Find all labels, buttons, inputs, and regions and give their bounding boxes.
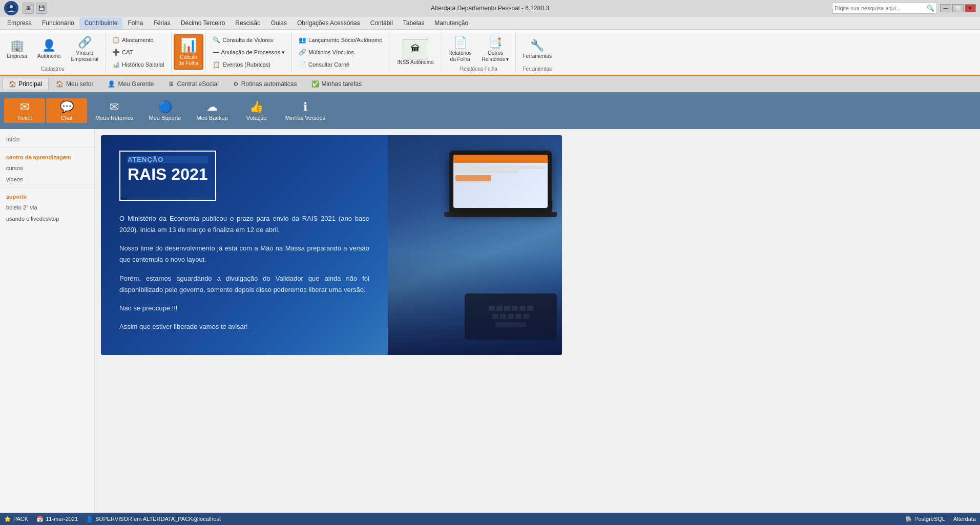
- save-icon[interactable]: 💾: [36, 3, 47, 14]
- title-bar-icons: ⊞ 💾: [23, 3, 47, 14]
- inicio-label: Início: [0, 133, 94, 145]
- ribbon: 🏢 Empresa 👤 Autônomo 🔗 VínculoEmpresaria…: [0, 30, 980, 76]
- support-meus-retornos[interactable]: ✉ Meus Retornos: [88, 98, 141, 123]
- ribbon-relatorios-folha[interactable]: 📄 Relatóriosda Folha: [444, 33, 476, 65]
- tab-minhas-tarefas[interactable]: ✅ Minhas tarefas: [304, 77, 369, 91]
- cat-icon: ➕: [112, 49, 120, 56]
- vinculo-icon: 🔗: [78, 36, 92, 49]
- meu-gerente-icon: 👤: [108, 80, 115, 88]
- maximize-button[interactable]: ⬜: [952, 4, 964, 12]
- cadastros-group-label: Cadastros: [2, 66, 103, 72]
- ribbon-ferramentas[interactable]: 🔧 Ferramentas: [518, 36, 556, 62]
- sidebar-separator-2: [0, 187, 94, 187]
- minimize-button[interactable]: —: [940, 4, 951, 12]
- sidebar-section-aprendizagem: centro de aprendizagem: [0, 150, 94, 162]
- news-paragraph-2: Nosso time do desenvolvimento já esta co…: [119, 243, 369, 265]
- menu-manutencao[interactable]: Manutenção: [429, 17, 473, 29]
- tab-rotinas-automaticas[interactable]: ⚙ Rotinas automáticas: [226, 77, 304, 91]
- support-ticket[interactable]: ✉ Ticket: [4, 98, 45, 123]
- ribbon-autonomo[interactable]: 👤 Autônomo: [33, 36, 66, 62]
- status-brand: Alterdata: [953, 516, 976, 522]
- pack-icon: ⭐: [4, 516, 11, 522]
- ferramentas-label: Ferramentas: [523, 53, 552, 59]
- sidebar-cursos[interactable]: cursos: [0, 162, 94, 174]
- title-bar-right: 🔍 — ⬜ ✕: [832, 3, 976, 14]
- sidebar-separator-1: [0, 148, 94, 148]
- menu-decimoterceiro[interactable]: Décimo Terceiro: [176, 17, 230, 29]
- support-minhas-versoes[interactable]: ℹ Minhas Versões: [278, 98, 332, 123]
- ribbon-anulacao[interactable]: — Anulação de Processos ▾: [209, 47, 288, 57]
- eventos-icon: 📋: [213, 61, 220, 68]
- ribbon-calculo-folha[interactable]: 📊 Cálculode Folha: [174, 34, 204, 70]
- empresa-label: Empresa: [7, 53, 27, 59]
- status-bar: ⭐ PACK 📅 11-mar-2021 👤 SUPERVISOR em ALT…: [0, 513, 980, 525]
- ferramentas-group-label: Ferramentas: [518, 66, 556, 72]
- socio-icon: 👥: [299, 36, 306, 44]
- ribbon-empresa[interactable]: 🏢 Empresa: [2, 36, 32, 62]
- tabs-bar: 🏠 Principal 🏠 Meu setor 👤 Meu Gerente 🖥 …: [0, 76, 980, 92]
- news-body: O Ministério da Economia publicou o praz…: [119, 213, 369, 332]
- ticket-icon: ✉: [20, 100, 29, 114]
- menu-tabelas[interactable]: Tabelas: [398, 17, 429, 29]
- historico-label: Histórico Salarial: [122, 61, 164, 68]
- sidebar-boleto[interactable]: boleto 2° via: [0, 202, 94, 213]
- menu-empresa[interactable]: Empresa: [2, 17, 37, 29]
- menu-folha[interactable]: Folha: [122, 17, 148, 29]
- app-title: Alterdata Departamento Pessoal - 6.1280.…: [431, 5, 549, 12]
- menu-contribuinte[interactable]: Contribuinte: [79, 17, 123, 29]
- support-meu-backup[interactable]: ☁ Meu Backup: [190, 98, 235, 123]
- outros-rel-icon: 📑: [488, 36, 502, 49]
- ribbon-cat[interactable]: ➕ CAT: [109, 47, 168, 57]
- tab-central-esocial[interactable]: 🖥 Central eSocial: [161, 77, 225, 91]
- db-icon: 🐘: [905, 516, 912, 522]
- close-button[interactable]: ✕: [965, 4, 976, 12]
- ribbon-consulta-valores[interactable]: 🔍 Consulta de Valores: [209, 35, 288, 45]
- ribbon-inss-autonomo[interactable]: 🏛 INSS Autônomo: [392, 36, 438, 68]
- relatorios-group-label: Relatórios Folha: [444, 66, 514, 72]
- support-chat[interactable]: 💬 Chat: [46, 98, 87, 123]
- ribbon-historico[interactable]: 📊 Histórico Salarial: [109, 59, 168, 70]
- afastamento-label: Afastamento: [122, 37, 154, 43]
- autonomo-label: Autônomo: [37, 53, 61, 59]
- pack-label: PACK: [13, 516, 28, 522]
- menu-rescisao[interactable]: Rescisão: [230, 17, 265, 29]
- grid-icon[interactable]: ⊞: [23, 3, 34, 14]
- autonomo-icon: 👤: [42, 39, 56, 52]
- eventos-label: Eventos (Rubricas): [222, 61, 270, 68]
- ribbon-multiplos-vinculos[interactable]: 🔗 Múltiplos Vínculos: [295, 47, 386, 57]
- menu-guias[interactable]: Guias: [266, 17, 292, 29]
- tab-home[interactable]: 🏠 Principal: [2, 78, 49, 90]
- multiplos-label: Múltiplos Vínculos: [308, 49, 354, 55]
- menu-contabil[interactable]: Contábil: [365, 17, 398, 29]
- support-votacao[interactable]: 👍 Votação: [236, 98, 277, 123]
- tab-meu-gerente[interactable]: 👤 Meu Gerente: [100, 77, 161, 91]
- news-paragraph-4: Não se preocupe !!!: [119, 303, 369, 314]
- ribbon-afastamento[interactable]: 📋 Afastamento: [109, 35, 168, 45]
- search-input[interactable]: [835, 5, 927, 11]
- suporte-label: Meu Suporte: [149, 115, 181, 121]
- backup-icon: ☁: [206, 100, 218, 114]
- title-bar: ⊞ 💾 Alterdata Departamento Pessoal - 6.1…: [0, 0, 980, 16]
- search-box[interactable]: 🔍: [832, 3, 937, 14]
- news-title-box: ATENÇÃO RAIS 2021: [119, 151, 216, 201]
- empresa-icon: 🏢: [10, 39, 24, 52]
- ribbon-vinculo[interactable]: 🔗 VínculoEmpresarial: [67, 33, 103, 65]
- tab-meu-setor[interactable]: 🏠 Meu setor: [49, 77, 100, 91]
- anulacao-icon: —: [213, 49, 219, 56]
- ribbon-consultar-carne[interactable]: 📄 Consultar Carnê: [295, 59, 386, 70]
- carne-label: Consultar Carnê: [308, 61, 349, 68]
- menu-funcionario[interactable]: Funcionário: [37, 17, 79, 29]
- support-meu-suporte[interactable]: 🔵 Meu Suporte: [142, 98, 189, 123]
- rel-folha-icon: 📄: [453, 36, 467, 49]
- calendar-icon: 📅: [36, 516, 44, 522]
- sidebar-livedesktop[interactable]: usando o livedesktop: [0, 213, 94, 224]
- status-user: 👤 SUPERVISOR em ALTERDATA_PACK@localhost: [86, 516, 221, 522]
- ribbon-outros-relatorios[interactable]: 📑 OutrosRelatórios ▾: [477, 33, 514, 65]
- news-content: ATENÇÃO RAIS 2021 O Ministério da Econom…: [101, 135, 388, 355]
- search-button[interactable]: 🔍: [927, 5, 934, 12]
- menu-obrigacoes[interactable]: Obrigações Acessórias: [292, 17, 365, 29]
- ribbon-lancamento-socio[interactable]: 👥 Lançamento Sócio/Autônomo: [295, 35, 386, 45]
- ribbon-eventos[interactable]: 📋 Eventos (Rubricas): [209, 59, 288, 70]
- menu-ferias[interactable]: Férias: [148, 17, 175, 29]
- sidebar-videos[interactable]: vídeos: [0, 174, 94, 185]
